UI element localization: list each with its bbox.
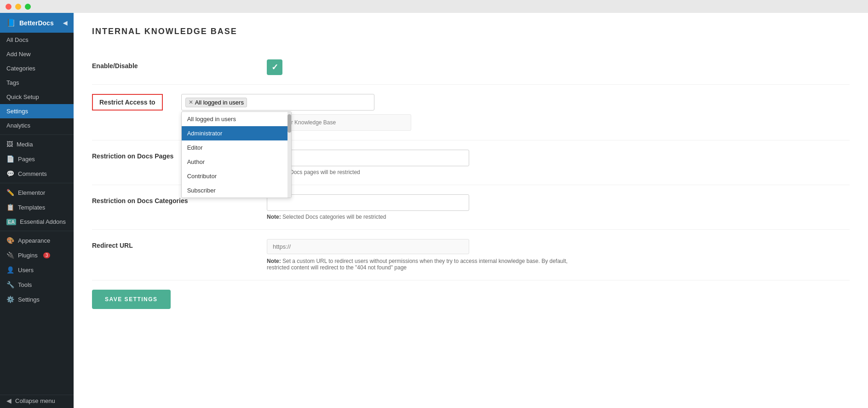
restriction-docs-pages-note: Selected Docs pages will be restricted [267,169,850,175]
sidebar-item-tools[interactable]: 🔧 Tools [0,277,74,292]
sidebar-item-users[interactable]: 👤 Users [0,262,74,277]
sidebar-section-2: 🖼 Media 📄 Pages 💬 Comments [0,134,74,181]
all-docs-label: All Docs [6,36,29,43]
sidebar-item-media[interactable]: 🖼 Media [0,137,74,152]
dropdown-item-administrator[interactable]: Administrator [182,126,291,140]
main-content: INTERNAL KNOWLEDGE BASE Enable/Disable ✓… [74,13,868,408]
sidebar-item-tags[interactable]: Tags [0,76,74,90]
enable-disable-toggle[interactable]: ✓ [267,59,282,75]
settings-row-enable-disable: Enable/Disable ✓ [92,50,850,85]
comments-label: Comments [18,170,47,177]
sidebar-item-all-docs[interactable]: All Docs [0,33,74,47]
sidebar-item-pages[interactable]: 📄 Pages [0,152,74,166]
redirect-url-note-text: Set a custom URL to redirect users witho… [267,258,568,271]
plugins-badge: 3 [43,252,51,258]
brand-icon: 📘 [6,18,16,27]
restrict-access-select-wrapper: ✕ All logged in users All logged in user… [181,94,374,111]
maximize-button[interactable] [25,4,31,10]
sidebar-item-comments[interactable]: 💬 Comments [0,166,74,181]
essential-addons-label: Essential Addons [20,218,66,225]
sidebar-item-plugins[interactable]: 🔌 Plugins 3 [0,248,74,262]
settings-label: Settings [6,108,28,115]
plugins-label: Plugins [18,252,38,259]
tag-remove-icon[interactable]: ✕ [189,99,193,105]
enable-disable-label: Enable/Disable [92,59,248,70]
redirect-url-label: Redirect URL [92,239,248,249]
pages-label: Pages [18,156,35,163]
sidebar-item-add-new[interactable]: Add New [0,47,74,61]
tag-label: All logged in users [195,99,244,106]
minimize-button[interactable] [15,4,21,10]
redirect-url-note: Note: Set a custom URL to redirect users… [267,258,589,271]
appearance-icon: 🎨 [6,237,14,244]
media-label: Media [17,141,33,148]
sidebar-section-3: ✏️ Elementor 📋 Templates EA Essential Ad… [0,183,74,229]
templates-icon: 📋 [6,204,14,211]
redirect-url-control: Note: Set a custom URL to redirect users… [267,239,850,271]
sidebar-item-quick-setup[interactable]: Quick Setup [0,90,74,104]
media-icon: 🖼 [6,140,13,148]
redirect-url-input[interactable] [267,239,469,254]
restrict-access-control: ✕ All logged in users All logged in user… [181,94,850,131]
sidebar-collapse-menu[interactable]: ◀ Collapse menu [0,395,74,408]
sidebar-item-templates[interactable]: 📋 Templates [0,200,74,215]
restriction-docs-categories-note: Note: Selected Docs categories will be r… [267,214,850,220]
tags-label: Tags [6,79,19,86]
sidebar-collapse-arrow: ◀ [63,20,67,26]
dropdown-item-editor[interactable]: Editor [182,140,291,155]
sidebar-item-settings[interactable]: Settings [0,104,74,118]
plugins-icon: 🔌 [6,251,14,259]
sidebar: 📘 BetterDocs ◀ All Docs Add New Categori… [0,13,74,408]
analytics-label: Analytics [6,122,30,129]
sidebar-item-settings-wp[interactable]: ⚙️ Settings [0,292,74,307]
brand-label: BetterDocs [19,19,54,27]
sidebar-item-appearance[interactable]: 🎨 Appearance [0,233,74,248]
restriction-docs-pages-select[interactable] [267,150,469,166]
dropdown-item-all-logged[interactable]: All logged in users [182,112,291,126]
settings-row-restrict-access: Restrict Access to ✕ All logged in users… [92,85,850,140]
quick-setup-label: Quick Setup [6,93,39,100]
sidebar-brand[interactable]: 📘 BetterDocs ◀ [0,13,74,33]
add-new-label: Add New [6,51,31,58]
sidebar-item-categories[interactable]: Categories [0,61,74,76]
elementor-icon: ✏️ [6,189,14,196]
settings-wp-label: Settings [18,296,40,303]
dropdown-scrollbar [287,112,291,198]
tools-icon: 🔧 [6,281,14,288]
sidebar-item-elementor[interactable]: ✏️ Elementor [0,185,74,200]
categories-label: Categories [6,65,35,72]
ea-icon: EA [6,219,16,225]
sidebar-item-analytics[interactable]: Analytics [0,118,74,133]
pages-icon: 📄 [6,155,14,163]
title-bar [0,0,868,13]
settings-row-redirect-url: Redirect URL Note: Set a custom URL to r… [92,230,850,280]
save-settings-button[interactable]: SAVE SETTINGS [92,290,171,309]
users-icon: 👤 [6,266,14,274]
restrict-access-tag: ✕ All logged in users [185,98,247,107]
sidebar-item-essential-addons[interactable]: EA Essential Addons [0,215,74,229]
collapse-icon: ◀ [6,397,11,404]
close-button[interactable] [6,4,11,10]
settings-wp-icon: ⚙️ [6,296,14,303]
elementor-label: Elementor [18,189,45,196]
dropdown-scrollbar-thumb [287,114,291,133]
page-title: INTERNAL KNOWLEDGE BASE [92,27,850,36]
dropdown-item-contributor[interactable]: Contributor [182,169,291,183]
enable-disable-control: ✓ [267,59,850,75]
check-icon: ✓ [271,62,278,72]
dropdown-item-author[interactable]: Author [182,155,291,169]
restriction-docs-categories-control: Note: Selected Docs categories will be r… [267,194,850,220]
tools-label: Tools [18,281,32,288]
sidebar-section-4: 🎨 Appearance 🔌 Plugins 3 👤 Users 🔧 Tools… [0,231,74,307]
restriction-docs-categories-note-text: Selected Docs categories will be restric… [282,214,386,220]
restriction-docs-pages-control: Selected Docs pages will be restricted [267,150,850,175]
comments-icon: 💬 [6,170,14,177]
restrict-access-dropdown[interactable]: All logged in users Administrator Editor… [181,111,292,198]
restrict-access-tag-box[interactable]: ✕ All logged in users [181,94,374,111]
restrict-access-label: Restrict Access to [92,94,163,111]
dropdown-item-subscriber[interactable]: Subscriber [182,183,291,198]
templates-label: Templates [18,204,45,211]
users-label: Users [18,267,34,274]
restriction-docs-categories-select[interactable] [267,194,469,211]
appearance-label: Appearance [18,237,50,244]
